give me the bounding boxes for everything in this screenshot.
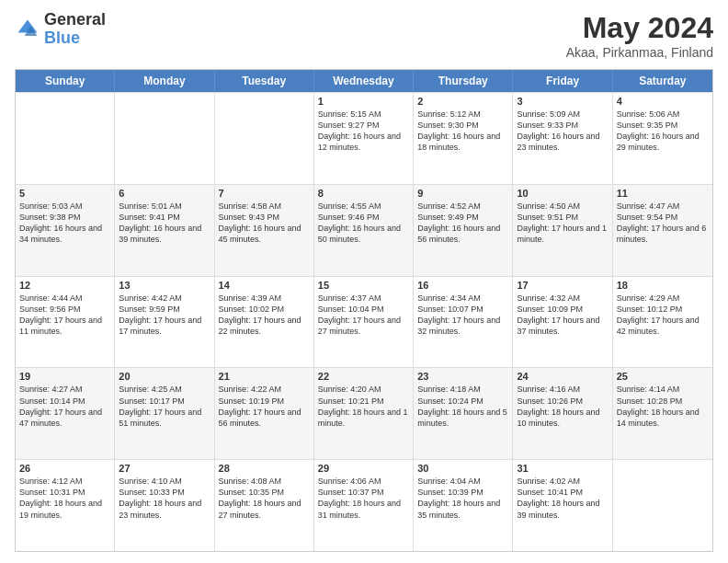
cal-cell-w1-d2 <box>115 93 214 184</box>
day-info: Sunrise: 4:37 AM Sunset: 10:04 PM Daylig… <box>318 293 409 338</box>
cal-cell-w2-d3: 7Sunrise: 4:58 AM Sunset: 9:43 PM Daylig… <box>215 185 314 276</box>
cal-cell-w2-d6: 10Sunrise: 4:50 AM Sunset: 9:51 PM Dayli… <box>513 185 612 276</box>
cal-cell-w3-d1: 12Sunrise: 4:44 AM Sunset: 9:56 PM Dayli… <box>16 277 115 368</box>
calendar-title: May 2024 <box>566 11 713 45</box>
day-number: 28 <box>219 463 310 474</box>
day-number: 18 <box>617 280 709 291</box>
cal-cell-w3-d7: 18Sunrise: 4:29 AM Sunset: 10:12 PM Dayl… <box>613 277 712 368</box>
day-number: 6 <box>119 188 210 199</box>
day-number: 22 <box>318 371 409 382</box>
week-row-2: 5Sunrise: 5:03 AM Sunset: 9:38 PM Daylig… <box>16 184 712 276</box>
header-tuesday: Tuesday <box>215 70 314 92</box>
cal-cell-w3-d2: 13Sunrise: 4:42 AM Sunset: 9:59 PM Dayli… <box>115 277 214 368</box>
day-number: 7 <box>219 188 310 199</box>
cal-cell-w1-d4: 1Sunrise: 5:15 AM Sunset: 9:27 PM Daylig… <box>314 93 414 184</box>
day-number: 30 <box>417 463 508 474</box>
day-info: Sunrise: 4:22 AM Sunset: 10:19 PM Daylig… <box>219 384 310 429</box>
day-number: 29 <box>318 463 409 474</box>
day-info: Sunrise: 4:20 AM Sunset: 10:21 PM Daylig… <box>318 384 409 429</box>
day-number: 23 <box>417 371 508 382</box>
week-row-1: 1Sunrise: 5:15 AM Sunset: 9:27 PM Daylig… <box>16 92 712 184</box>
header-sunday: Sunday <box>16 70 115 92</box>
day-number: 5 <box>19 188 110 199</box>
day-number: 24 <box>517 371 608 382</box>
day-info: Sunrise: 4:25 AM Sunset: 10:17 PM Daylig… <box>119 384 210 429</box>
cal-cell-w5-d7 <box>613 460 712 551</box>
cal-cell-w4-d7: 25Sunrise: 4:14 AM Sunset: 10:28 PM Dayl… <box>613 368 712 459</box>
day-number: 20 <box>119 371 210 382</box>
day-info: Sunrise: 4:02 AM Sunset: 10:41 PM Daylig… <box>517 476 608 521</box>
calendar: Sunday Monday Tuesday Wednesday Thursday… <box>15 69 713 552</box>
header-thursday: Thursday <box>414 70 513 92</box>
day-number: 8 <box>318 188 409 199</box>
header-right: May 2024 Akaa, Pirkanmaa, Finland <box>566 11 713 60</box>
day-info: Sunrise: 4:44 AM Sunset: 9:56 PM Dayligh… <box>19 293 110 338</box>
svg-marker-0 <box>18 19 38 32</box>
day-info: Sunrise: 5:09 AM Sunset: 9:33 PM Dayligh… <box>517 109 608 154</box>
cal-cell-w3-d6: 17Sunrise: 4:32 AM Sunset: 10:09 PM Dayl… <box>513 277 612 368</box>
cal-cell-w5-d4: 29Sunrise: 4:06 AM Sunset: 10:37 PM Dayl… <box>314 460 414 551</box>
day-info: Sunrise: 4:12 AM Sunset: 10:31 PM Daylig… <box>19 476 110 521</box>
cal-cell-w5-d5: 30Sunrise: 4:04 AM Sunset: 10:39 PM Dayl… <box>414 460 513 551</box>
day-number: 16 <box>417 280 508 291</box>
header-monday: Monday <box>115 70 214 92</box>
day-number: 31 <box>517 463 608 474</box>
cal-cell-w5-d2: 27Sunrise: 4:10 AM Sunset: 10:33 PM Dayl… <box>115 460 214 551</box>
cal-cell-w2-d7: 11Sunrise: 4:47 AM Sunset: 9:54 PM Dayli… <box>613 185 712 276</box>
day-info: Sunrise: 5:15 AM Sunset: 9:27 PM Dayligh… <box>318 109 409 154</box>
day-number: 4 <box>617 96 709 107</box>
day-info: Sunrise: 4:58 AM Sunset: 9:43 PM Dayligh… <box>219 201 310 246</box>
cal-cell-w5-d6: 31Sunrise: 4:02 AM Sunset: 10:41 PM Dayl… <box>513 460 612 551</box>
cal-cell-w1-d1 <box>16 93 115 184</box>
day-number: 17 <box>517 280 608 291</box>
day-number: 12 <box>19 280 110 291</box>
day-info: Sunrise: 4:08 AM Sunset: 10:35 PM Daylig… <box>219 476 310 521</box>
day-number: 27 <box>119 463 210 474</box>
logo: General Blue <box>15 11 106 48</box>
calendar-header-row: Sunday Monday Tuesday Wednesday Thursday… <box>16 70 712 92</box>
day-number: 11 <box>617 188 709 199</box>
header: General Blue May 2024 Akaa, Pirkanmaa, F… <box>15 11 713 60</box>
cal-cell-w4-d3: 21Sunrise: 4:22 AM Sunset: 10:19 PM Dayl… <box>215 368 314 459</box>
cal-cell-w3-d3: 14Sunrise: 4:39 AM Sunset: 10:02 PM Dayl… <box>215 277 314 368</box>
week-row-3: 12Sunrise: 4:44 AM Sunset: 9:56 PM Dayli… <box>16 276 712 368</box>
week-row-5: 26Sunrise: 4:12 AM Sunset: 10:31 PM Dayl… <box>16 459 712 551</box>
day-info: Sunrise: 4:42 AM Sunset: 9:59 PM Dayligh… <box>119 293 210 338</box>
calendar-subtitle: Akaa, Pirkanmaa, Finland <box>566 45 713 60</box>
header-wednesday: Wednesday <box>314 70 414 92</box>
day-number: 13 <box>119 280 210 291</box>
cal-cell-w1-d6: 3Sunrise: 5:09 AM Sunset: 9:33 PM Daylig… <box>513 93 612 184</box>
day-info: Sunrise: 4:16 AM Sunset: 10:26 PM Daylig… <box>517 384 608 429</box>
logo-text: General Blue <box>44 11 106 48</box>
cal-cell-w3-d4: 15Sunrise: 4:37 AM Sunset: 10:04 PM Dayl… <box>314 277 414 368</box>
day-number: 9 <box>417 188 508 199</box>
day-info: Sunrise: 4:32 AM Sunset: 10:09 PM Daylig… <box>517 293 608 338</box>
day-info: Sunrise: 4:27 AM Sunset: 10:14 PM Daylig… <box>19 384 110 429</box>
logo-general-text: General <box>44 11 106 29</box>
logo-blue-text: Blue <box>44 29 106 48</box>
cal-cell-w4-d1: 19Sunrise: 4:27 AM Sunset: 10:14 PM Dayl… <box>16 368 115 459</box>
day-number: 21 <box>219 371 310 382</box>
cal-cell-w2-d5: 9Sunrise: 4:52 AM Sunset: 9:49 PM Daylig… <box>414 185 513 276</box>
calendar-body: 1Sunrise: 5:15 AM Sunset: 9:27 PM Daylig… <box>16 92 712 551</box>
day-info: Sunrise: 4:14 AM Sunset: 10:28 PM Daylig… <box>617 384 709 429</box>
day-info: Sunrise: 4:04 AM Sunset: 10:39 PM Daylig… <box>417 476 508 521</box>
day-info: Sunrise: 5:12 AM Sunset: 9:30 PM Dayligh… <box>417 109 508 154</box>
day-number: 14 <box>219 280 310 291</box>
day-info: Sunrise: 4:29 AM Sunset: 10:12 PM Daylig… <box>617 293 709 338</box>
day-info: Sunrise: 4:55 AM Sunset: 9:46 PM Dayligh… <box>318 201 409 246</box>
day-number: 3 <box>517 96 608 107</box>
day-number: 2 <box>417 96 508 107</box>
day-info: Sunrise: 5:03 AM Sunset: 9:38 PM Dayligh… <box>19 201 110 246</box>
day-info: Sunrise: 4:39 AM Sunset: 10:02 PM Daylig… <box>219 293 310 338</box>
day-number: 10 <box>517 188 608 199</box>
cal-cell-w2-d1: 5Sunrise: 5:03 AM Sunset: 9:38 PM Daylig… <box>16 185 115 276</box>
cal-cell-w1-d3 <box>215 93 314 184</box>
cal-cell-w4-d2: 20Sunrise: 4:25 AM Sunset: 10:17 PM Dayl… <box>115 368 214 459</box>
cal-cell-w3-d5: 16Sunrise: 4:34 AM Sunset: 10:07 PM Dayl… <box>414 277 513 368</box>
logo-icon <box>15 17 40 42</box>
day-info: Sunrise: 4:10 AM Sunset: 10:33 PM Daylig… <box>119 476 210 521</box>
cal-cell-w4-d4: 22Sunrise: 4:20 AM Sunset: 10:21 PM Dayl… <box>314 368 414 459</box>
cal-cell-w4-d5: 23Sunrise: 4:18 AM Sunset: 10:24 PM Dayl… <box>414 368 513 459</box>
day-info: Sunrise: 5:01 AM Sunset: 9:41 PM Dayligh… <box>119 201 210 246</box>
